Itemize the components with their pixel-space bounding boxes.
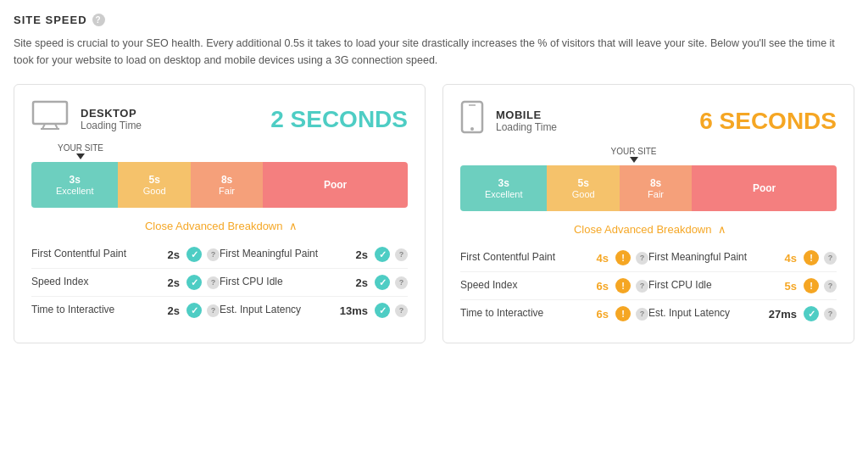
mobile-speed-bars: 3sExcellent 5sGood 8sFair Poor (460, 165, 837, 211)
desktop-metric-eil: Est. Input Latency 13ms ✓ ? (220, 297, 408, 324)
section-title: SITE SPEED ? (14, 14, 854, 26)
desktop-your-site-label: YOUR SITE (58, 143, 103, 159)
mobile-header: MOBILE Loading Time 6 SECONDS (460, 100, 837, 142)
mobile-metric-fmp: First Meaningful Paint 4s ! ? (648, 244, 837, 272)
svg-rect-0 (33, 102, 67, 124)
desktop-metric-si: Speed Index 2s ✓ ? (31, 269, 220, 297)
desktop-fmp-info[interactable]: ? (395, 248, 408, 261)
mobile-bar-good: 5sGood (547, 165, 619, 211)
desktop-fcp-info[interactable]: ? (207, 248, 220, 261)
mobile-info: MOBILE Loading Time (496, 109, 557, 133)
desktop-metrics-col-left: First Contentful Paint 2s ✓ ? Speed Inde… (31, 241, 220, 324)
desktop-fci-status: ✓ (375, 275, 390, 290)
desktop-bar-poor: Poor (263, 162, 408, 208)
desktop-info: DESKTOP Loading Time (81, 107, 142, 131)
mobile-si-status: ! (615, 278, 631, 293)
mobile-fci-status: ! (804, 278, 819, 293)
desktop-speed-bars: 3sExcellent 5sGood 8sFair Poor (31, 162, 408, 208)
mobile-label: MOBILE (496, 109, 557, 121)
desktop-metric-tti: Time to Interactive 2s ✓ ? (31, 297, 220, 324)
mobile-eil-info[interactable]: ? (824, 308, 837, 321)
mobile-metrics-col-right: First Meaningful Paint 4s ! ? First CPU … (648, 244, 837, 327)
desktop-speed-bar-container: YOUR SITE 3sExcellent 5sGood 8sFair Poor (31, 162, 408, 208)
mobile-fci-info[interactable]: ? (824, 280, 837, 293)
mobile-your-site-label: YOUR SITE (611, 147, 657, 163)
svg-point-5 (470, 127, 474, 131)
mobile-fmp-status: ! (804, 250, 819, 265)
desktop-icon (31, 100, 69, 138)
desktop-header: DESKTOP Loading Time 2 SECONDS (31, 100, 408, 138)
desktop-metric-fci: First CPU Idle 2s ✓ ? (220, 269, 408, 297)
mobile-metric-fci: First CPU Idle 5s ! ? (648, 272, 837, 300)
section-info-icon[interactable]: ? (92, 14, 105, 26)
desktop-panel: DESKTOP Loading Time 2 SECONDS YOUR SITE… (14, 84, 426, 343)
desktop-fmp-status: ✓ (375, 247, 390, 262)
desktop-label: DESKTOP (81, 107, 142, 120)
section-description: Site speed is crucial to your SEO health… (14, 35, 854, 69)
mobile-tti-info[interactable]: ? (636, 308, 648, 321)
desktop-metric-fmp: First Meaningful Paint 2s ✓ ? (220, 241, 408, 269)
mobile-bar-fair: 8sFair (620, 165, 692, 211)
desktop-metrics-grid: First Contentful Paint 2s ✓ ? Speed Inde… (31, 241, 408, 324)
desktop-close-breakdown[interactable]: Close Advanced Breakdown ∧ (31, 220, 408, 232)
mobile-bar-excellent: 3sExcellent (460, 165, 547, 211)
desktop-metrics-col-right: First Meaningful Paint 2s ✓ ? First CPU … (220, 241, 408, 324)
desktop-arrow (76, 153, 85, 159)
mobile-metrics-col-left: First Contentful Paint 4s ! ? Speed Inde… (460, 244, 648, 327)
desktop-bar-excellent: 3sExcellent (31, 162, 118, 208)
mobile-arrow (630, 157, 638, 163)
mobile-panel: MOBILE Loading Time 6 SECONDS YOUR SITE … (442, 84, 854, 343)
desktop-tti-status: ✓ (186, 303, 202, 318)
mobile-metric-si: Speed Index 6s ! ? (460, 272, 648, 300)
desktop-bar-fair: 8sFair (191, 162, 263, 208)
desktop-fcp-status: ✓ (186, 247, 202, 262)
mobile-fcp-info[interactable]: ? (636, 252, 648, 265)
mobile-metric-tti: Time to Interactive 6s ! ? (460, 300, 648, 327)
mobile-bar-poor: Poor (692, 165, 837, 211)
desktop-bar-good: 5sGood (118, 162, 190, 208)
desktop-eil-status: ✓ (375, 303, 390, 318)
desktop-metric-fcp: First Contentful Paint 2s ✓ ? (31, 241, 220, 269)
mobile-close-breakdown[interactable]: Close Advanced Breakdown ∧ (460, 223, 837, 236)
mobile-metric-fcp: First Contentful Paint 4s ! ? (460, 244, 648, 272)
desktop-tti-info[interactable]: ? (207, 304, 220, 317)
mobile-eil-status: ✓ (804, 306, 819, 321)
mobile-fmp-info[interactable]: ? (824, 252, 837, 265)
desktop-sub: Loading Time (81, 120, 142, 131)
mobile-fcp-status: ! (615, 250, 631, 265)
mobile-sub: Loading Time (496, 121, 557, 133)
mobile-loading-time: 6 SECONDS (699, 108, 837, 135)
desktop-eil-info[interactable]: ? (395, 304, 408, 317)
mobile-si-info[interactable]: ? (636, 280, 648, 293)
mobile-tti-status: ! (615, 306, 631, 321)
desktop-si-info[interactable]: ? (207, 276, 220, 289)
mobile-speed-bar-container: YOUR SITE 3sExcellent 5sGood 8sFair Poor (460, 165, 837, 211)
mobile-metrics-grid: First Contentful Paint 4s ! ? Speed Inde… (460, 244, 837, 327)
panels-container: DESKTOP Loading Time 2 SECONDS YOUR SITE… (14, 84, 854, 343)
desktop-fci-info[interactable]: ? (395, 276, 408, 289)
mobile-metric-eil: Est. Input Latency 27ms ✓ ? (648, 300, 837, 327)
desktop-loading-time: 2 SECONDS (270, 106, 408, 133)
mobile-icon (460, 100, 484, 142)
desktop-si-status: ✓ (186, 275, 202, 290)
